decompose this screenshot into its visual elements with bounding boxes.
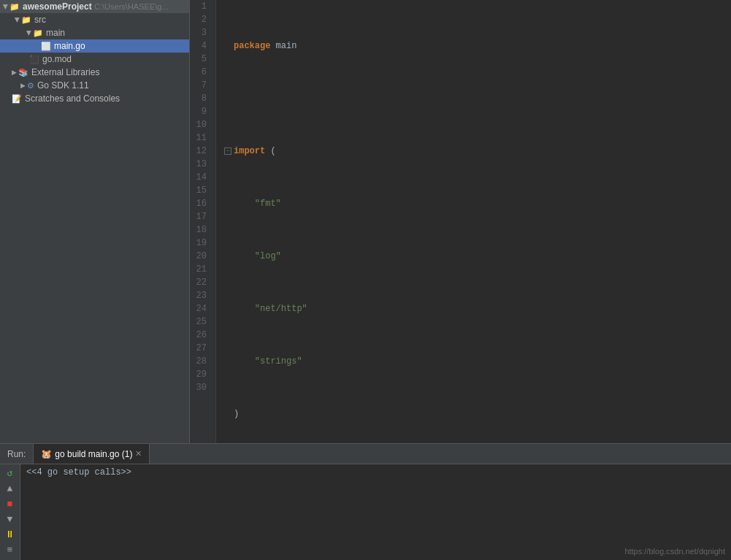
scroll-down-button[interactable]: ▼ (3, 514, 18, 525)
external-libs-label: External Libraries (31, 67, 99, 77)
code-line-4: "fmt" (222, 197, 731, 210)
go-build-label: go build main.go (1) (55, 449, 132, 459)
code-container[interactable]: 1 2 3 4 5 6 7 8 9 10 11 12 13 14 15 16 1… (190, 0, 731, 443)
run-text: Run: (7, 449, 26, 459)
mod-file-icon: ⬛ (29, 55, 39, 64)
bottom-output-area: ↺ ▲ ■ ▼ ⏸ ≡ 🖨 <<4 go setup calls>> (0, 464, 731, 560)
wrap-button[interactable]: ≡ (3, 545, 18, 556)
sidebar-item-scratches[interactable]: 📝 Scratches and Consoles (0, 92, 189, 105)
arrow-icon: ▶ (12, 69, 17, 76)
sidebar-item-project[interactable]: ▶ 📁 awesomeProject C:\Users\HASEE\g... (0, 0, 189, 13)
line-numbers: 1 2 3 4 5 6 7 8 9 10 11 12 13 14 15 16 1… (190, 0, 216, 443)
code-line-7: "strings" (222, 355, 731, 368)
scratches-icon: 📝 (12, 94, 22, 104)
sidebar-item-main-go[interactable]: ⬜ main.go (0, 39, 189, 53)
code-line-2 (222, 92, 731, 105)
sidebar-item-main[interactable]: ▶ 📁 main (0, 26, 189, 39)
folder-icon: 📁 (21, 15, 31, 25)
arrow-icon: ▶ (14, 18, 21, 23)
folder-icon: 📁 (9, 2, 20, 12)
code-line-8: ) (222, 407, 731, 421)
close-tab-button[interactable]: ✕ (135, 449, 142, 459)
code-line-5: "log" (222, 250, 731, 263)
main-go-label: main.go (54, 41, 85, 51)
code-line-3: − import ( (222, 145, 731, 158)
sidebar-item-go-sdk[interactable]: ▶ ⚙ Go SDK 1.11 (0, 79, 189, 92)
sidebar-item-src[interactable]: ▶ 📁 src (0, 13, 189, 26)
setup-calls-text: <<4 go setup calls>> (26, 467, 131, 477)
run-controls: ↺ ▲ ■ ▼ ⏸ ≡ 🖨 (0, 464, 20, 560)
output-text: <<4 go setup calls>> (20, 464, 731, 560)
main-label: main (46, 28, 65, 38)
go-icon: 🐹 (41, 449, 52, 459)
arrow-icon: ▶ (2, 4, 9, 9)
sdk-icon: ⚙ (27, 81, 34, 91)
scroll-up-button[interactable]: ▲ (3, 483, 18, 494)
arrow-icon: ▶ (20, 82, 26, 89)
sidebar: ▶ 📁 awesomeProject C:\Users\HASEE\g... ▶… (0, 0, 190, 443)
code-line-1: package main (222, 39, 731, 53)
output-value: <4 go setup calls> (31, 467, 126, 477)
go-sdk-label: Go SDK 1.11 (37, 80, 89, 91)
editor-area: 1 2 3 4 5 6 7 8 9 10 11 12 13 14 15 16 1… (190, 0, 731, 443)
code-editor[interactable]: package main − import ( "fmt" (216, 0, 731, 443)
run-label: Run: (0, 444, 34, 464)
scratches-label: Scratches and Consoles (25, 93, 120, 104)
bottom-panel: Run: 🐹 go build main.go (1) ✕ ↺ ▲ ■ ▼ ⏸ … (0, 443, 731, 560)
src-label: src (34, 15, 46, 25)
sidebar-item-external-libs[interactable]: ▶ 📚 External Libraries (0, 66, 189, 79)
bottom-tabs: Run: 🐹 go build main.go (1) ✕ (0, 444, 731, 464)
libs-icon: 📚 (18, 68, 28, 77)
go-file-icon: ⬜ (41, 42, 51, 51)
sidebar-item-go-mod[interactable]: ⬛ go.mod (0, 53, 189, 66)
restart-button[interactable]: ↺ (3, 467, 18, 479)
code-line-6: "net/http" (222, 302, 731, 315)
arrow-icon: ▶ (26, 31, 33, 36)
stop-button[interactable]: ■ (3, 499, 18, 510)
pause-button[interactable]: ⏸ (3, 529, 18, 540)
go-build-tab[interactable]: 🐹 go build main.go (1) ✕ (34, 444, 150, 464)
go-mod-label: go.mod (42, 54, 72, 64)
project-label: awesomeProject C:\Users\HASEE\g... (23, 1, 169, 12)
folder-icon: 📁 (33, 28, 43, 38)
